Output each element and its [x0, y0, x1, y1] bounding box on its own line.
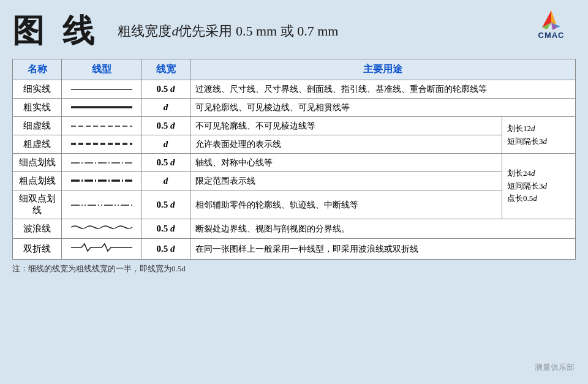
row-name: 细点划线 — [13, 154, 62, 172]
row-linewidth: d — [141, 99, 190, 117]
col-header-usage: 主要用途 — [190, 59, 576, 80]
table-row: 粗虚线 d 允许表面处理的表示线 — [13, 135, 576, 154]
row-usage: 过渡线、尺寸线、尺寸界线、剖面线、指引线、基准线、重合断面的轮廓线等 — [190, 80, 576, 99]
row-name: 粗点划线 — [13, 172, 62, 190]
row-name: 细实线 — [13, 80, 62, 99]
row-note: 划长12d短间隔长3d — [502, 117, 576, 154]
row-linetype — [62, 135, 141, 154]
row-linetype — [62, 80, 141, 99]
table-row: 细双点划线 0.5 d 相邻辅助零件的轮廓线、轨迹线、中断线等 — [13, 190, 576, 219]
row-linetype — [62, 99, 141, 117]
row-usage: 可见轮廓线、可见棱边线、可见相贯线等 — [190, 99, 576, 117]
row-usage: 不可见轮廓线、不可见棱边线等 — [190, 117, 502, 135]
row-name: 粗虚线 — [13, 135, 62, 154]
bottom-text: 注：细线的线宽为粗线线宽的一半，即线宽为0.5d — [12, 263, 576, 274]
row-linetype — [62, 117, 141, 135]
row-name: 粗实线 — [13, 99, 62, 117]
table-row: 波浪线 0.5 d 断裂处边界线、视图与剖视图的分界线。 — [13, 219, 576, 239]
col-header-linetype: 线型 — [62, 59, 141, 80]
svg-marker-0 — [542, 10, 551, 28]
watermark: 测量俱乐部 — [535, 362, 575, 373]
col-header-name: 名称 — [13, 59, 62, 80]
row-linewidth: 0.5 d — [141, 219, 190, 239]
logo: CMAC — [527, 6, 576, 43]
table-row: 细虚线 0.5 d 不可见轮廓线、不可见棱边线等 划长12d短间隔长3d — [13, 117, 576, 135]
row-usage: 限定范围表示线 — [190, 172, 502, 190]
table-row: 细实线 0.5 d 过渡线、尺寸线、尺寸界线、剖面线、指引线、基准线、重合断面的… — [13, 80, 576, 99]
row-name: 细双点划线 — [13, 190, 62, 219]
table-row: 细点划线 0.5 d 轴线、对称中心线等 划长24d短间隔长3d点长0.5d — [13, 154, 576, 172]
table-row: 粗实线 d 可见轮廓线、可见棱边线、可见相贯线等 — [13, 99, 576, 117]
row-linetype — [62, 154, 141, 172]
col-header-linewidth: 线宽 — [141, 59, 190, 80]
row-usage: 轴线、对称中心线等 — [190, 154, 502, 172]
row-linewidth: d — [141, 172, 190, 190]
row-usage: 允许表面处理的表示线 — [190, 135, 502, 154]
row-name: 波浪线 — [13, 219, 62, 239]
row-name: 细虚线 — [13, 117, 62, 135]
row-linewidth: 0.5 d — [141, 117, 190, 135]
table-row: 双折线 0.5 d 在同一张图样上一般采用一种线型，即采用波浪线或双折线 — [13, 239, 576, 260]
table-row: 粗点划线 d 限定范围表示线 — [13, 172, 576, 190]
page-title: 图 线 — [12, 10, 99, 53]
row-linetype — [62, 219, 141, 239]
row-linetype — [62, 190, 141, 219]
row-name: 双折线 — [13, 239, 62, 260]
header: 图 线 粗线宽度d优先采用 0.5 mm 或 0.7 mm — [12, 10, 576, 53]
row-linewidth: d — [141, 135, 190, 154]
subtitle: 粗线宽度d优先采用 0.5 mm 或 0.7 mm — [118, 22, 338, 40]
row-linewidth: 0.5 d — [141, 154, 190, 172]
row-linewidth: 0.5 d — [141, 80, 190, 99]
row-usage: 断裂处边界线、视图与剖视图的分界线。 — [190, 219, 576, 239]
row-linewidth: 0.5 d — [141, 190, 190, 219]
row-note: 划长24d短间隔长3d点长0.5d — [502, 154, 576, 219]
row-usage: 在同一张图样上一般采用一种线型，即采用波浪线或双折线 — [190, 239, 576, 260]
logo-text: CMAC — [538, 31, 565, 40]
row-usage: 相邻辅助零件的轮廓线、轨迹线、中断线等 — [190, 190, 502, 219]
row-linewidth: 0.5 d — [141, 239, 190, 260]
row-linetype — [62, 172, 141, 190]
row-linetype — [62, 239, 141, 260]
page: CMAC 图 线 粗线宽度d优先采用 0.5 mm 或 0.7 mm 名称 线型… — [0, 0, 588, 384]
line-types-table: 名称 线型 线宽 主要用途 细实线 0.5 d 过渡线、尺寸线、尺寸界线、剖面线… — [12, 59, 576, 260]
